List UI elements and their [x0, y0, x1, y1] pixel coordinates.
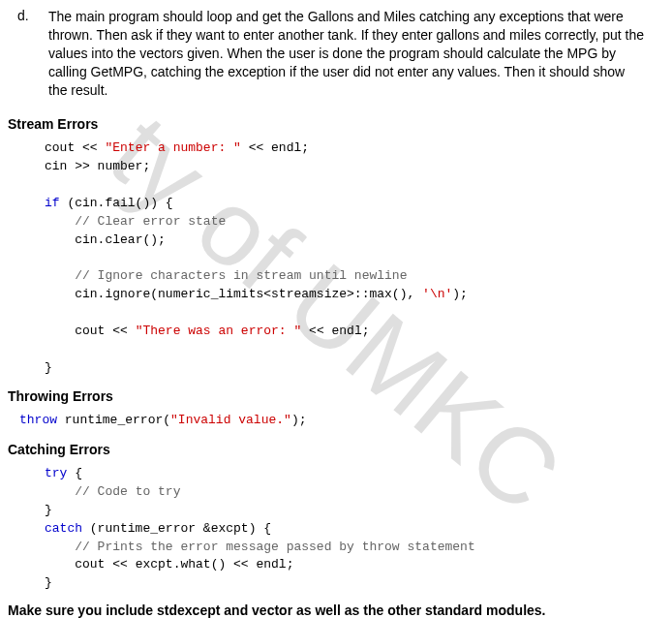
document-content: d. The main program should loop and get …	[8, 8, 664, 618]
list-item-d: d. The main program should loop and get …	[8, 8, 664, 99]
code-keyword: throw	[19, 413, 57, 427]
code-text: }	[45, 575, 52, 590]
section-catching-errors-title: Catching Errors	[8, 442, 664, 457]
code-text: << endl;	[301, 324, 369, 338]
code-keyword: catch	[45, 521, 82, 536]
code-keyword: if	[45, 196, 60, 210]
code-catching-errors: try { // Code to try } catch (runtime_er…	[8, 465, 664, 593]
code-stream-errors: cout << "Enter a number: " << endl; cin …	[8, 139, 664, 377]
code-text: (runtime_error &excpt) {	[82, 521, 271, 536]
code-text: cin >> number;	[45, 159, 150, 173]
code-text: );	[291, 413, 307, 427]
code-comment: // Code to try	[75, 484, 180, 499]
code-text: }	[45, 360, 52, 375]
code-text: cin.clear();	[75, 232, 166, 247]
code-text: cout <<	[75, 324, 135, 338]
code-throwing-errors: throw runtime_error("Invalid value.");	[8, 412, 664, 430]
code-string: '\n'	[422, 287, 452, 301]
code-text: );	[452, 287, 468, 301]
code-text: }	[45, 503, 52, 517]
code-string: "There was an error: "	[136, 324, 302, 338]
item-text: The main program should loop and get the…	[48, 8, 664, 99]
code-comment: // Ignore characters in stream until new…	[75, 268, 407, 283]
code-comment: // Clear error state	[75, 214, 226, 229]
code-keyword: try	[45, 466, 67, 480]
section-throwing-errors-title: Throwing Errors	[8, 388, 664, 404]
code-text: cout <<	[45, 140, 105, 155]
code-text: runtime_error(	[57, 413, 170, 427]
code-text: cin.ignore(numeric_limits<streamsize>::m…	[75, 287, 422, 301]
code-string: "Invalid value."	[170, 413, 291, 427]
item-letter: d.	[8, 8, 48, 99]
code-string: "Enter a number: "	[105, 140, 240, 155]
code-comment: // Prints the error message passed by th…	[75, 540, 474, 554]
section-stream-errors-title: Stream Errors	[8, 116, 664, 132]
code-text: cout << excpt.what() << endl;	[75, 557, 293, 572]
code-text: {	[67, 466, 82, 480]
code-text: (cin.fail()) {	[60, 196, 173, 210]
footer-note: Make sure you include stdexcept and vect…	[8, 603, 664, 618]
code-text: << endl;	[241, 140, 309, 155]
